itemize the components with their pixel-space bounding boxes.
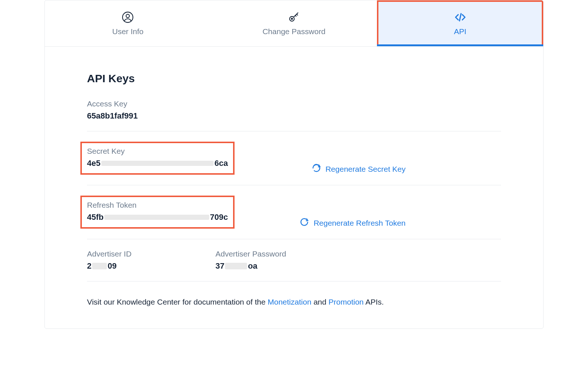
promotion-link[interactable]: Promotion <box>329 298 364 306</box>
page-title: API Keys <box>87 72 501 85</box>
svg-line-4 <box>460 14 461 21</box>
regenerate-secret-key-label: Regenerate Secret Key <box>326 165 406 174</box>
advertiser-password-value: 37 oa <box>215 261 293 271</box>
regenerate-secret-key-button[interactable]: Regenerate Secret Key <box>312 163 406 175</box>
secret-key-section: Secret Key 4e5 6ca <box>87 142 501 185</box>
footer-mid: and <box>311 298 329 306</box>
advertiser-id-value: 2 09 <box>87 261 164 271</box>
access-key-label: Access Key <box>87 99 501 108</box>
tab-label: API <box>454 27 467 36</box>
refresh-token-prefix: 45fb <box>87 212 104 222</box>
tab-user-info[interactable]: User Info <box>45 0 211 46</box>
tab-label: Change Password <box>262 27 326 36</box>
monetization-link[interactable]: Monetization <box>268 298 311 306</box>
svg-point-3 <box>291 18 293 19</box>
access-key-value: 65a8b1faf991 <box>87 111 501 121</box>
advertiser-password-label: Advertiser Password <box>215 250 293 258</box>
svg-point-1 <box>126 14 130 17</box>
footer-post: APIs. <box>364 298 384 306</box>
redacted-icon <box>92 263 107 269</box>
tabs-bar: User Info Change Password <box>45 0 543 47</box>
refresh-token-suffix: 709c <box>210 212 228 222</box>
secret-key-suffix: 6ca <box>214 159 228 168</box>
refresh-token-highlight-box: Refresh Token 45fb 709c <box>80 196 235 229</box>
redacted-icon <box>225 263 247 269</box>
advertiser-password-prefix: 37 <box>215 261 224 271</box>
key-icon <box>288 11 300 23</box>
refresh-icon <box>300 217 309 229</box>
tab-change-password[interactable]: Change Password <box>211 0 377 46</box>
refresh-token-label: Refresh Token <box>87 201 228 210</box>
tab-api[interactable]: API <box>377 0 543 46</box>
advertiser-id-prefix: 2 <box>87 261 91 271</box>
redacted-icon <box>101 161 214 166</box>
tab-label: User Info <box>112 27 144 36</box>
advertiser-password-suffix: oa <box>248 261 257 271</box>
advertiser-id-block: Advertiser ID 2 09 <box>87 250 164 271</box>
advertiser-id-label: Advertiser ID <box>87 250 164 258</box>
refresh-icon <box>312 163 321 175</box>
secret-key-prefix: 4e5 <box>87 159 101 168</box>
advertiser-password-block: Advertiser Password 37 oa <box>215 250 293 271</box>
advertiser-credentials-section: Advertiser ID 2 09 Advertiser Password 3… <box>87 250 501 281</box>
secret-key-highlight-box: Secret Key 4e5 6ca <box>80 142 235 175</box>
docs-footer: Visit our Knowledge Center for documenta… <box>87 298 501 306</box>
refresh-token-value: 45fb 709c <box>87 212 228 222</box>
footer-pre: Visit our Knowledge Center for documenta… <box>87 298 268 306</box>
access-key-section: Access Key 65a8b1faf991 <box>87 99 501 131</box>
redacted-icon <box>104 215 209 220</box>
advertiser-id-suffix: 09 <box>108 261 116 271</box>
refresh-token-section: Refresh Token 45fb 709c Regenerate <box>87 196 501 239</box>
user-icon <box>121 11 134 23</box>
api-keys-panel: API Keys Access Key 65a8b1faf991 Secret … <box>45 47 543 328</box>
settings-window: User Info Change Password <box>44 0 544 329</box>
secret-key-value: 4e5 6ca <box>87 159 228 168</box>
code-icon <box>454 11 467 23</box>
secret-key-label: Secret Key <box>87 147 228 156</box>
regenerate-refresh-token-label: Regenerate Refresh Token <box>313 219 406 228</box>
regenerate-refresh-token-button[interactable]: Regenerate Refresh Token <box>300 217 406 229</box>
